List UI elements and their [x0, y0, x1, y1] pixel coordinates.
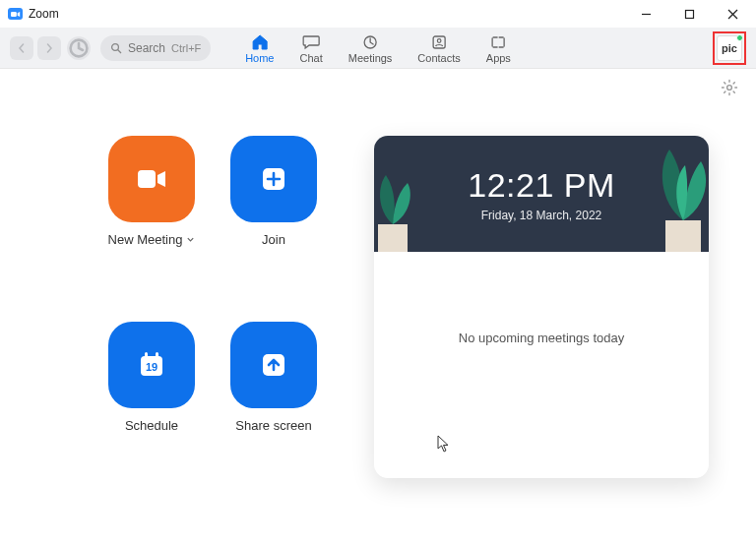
tab-label: Apps	[486, 52, 511, 64]
apps-icon	[489, 34, 507, 50]
home-icon	[251, 34, 269, 50]
mouse-cursor-icon	[437, 435, 451, 452]
svg-point-11	[727, 86, 732, 90]
tab-label: Meetings	[348, 52, 393, 64]
gear-icon	[721, 79, 738, 96]
nav-group	[10, 36, 61, 60]
join-label: Join	[262, 232, 285, 247]
svg-line-7	[118, 49, 121, 52]
tab-chat[interactable]: Chat	[299, 32, 322, 64]
share-screen-button[interactable]	[230, 322, 317, 408]
maximize-button[interactable]	[667, 0, 711, 28]
action-grid: New Meeting Join 19 Schedule Share scree…	[0, 136, 354, 478]
no-meetings-text: No upcoming meetings today	[459, 331, 624, 345]
plant-decoration-icon	[642, 138, 709, 252]
tab-label: Home	[245, 52, 274, 64]
presence-dot-icon	[736, 34, 743, 41]
search-icon	[110, 42, 122, 54]
plant-decoration-icon	[374, 155, 425, 252]
search-shortcut: Ctrl+F	[171, 42, 201, 54]
window-controls	[624, 0, 754, 28]
new-meeting-action: New Meeting	[98, 136, 205, 292]
clock-date: Friday, 18 March, 2022	[481, 209, 602, 222]
video-icon	[132, 159, 171, 199]
share-arrow-icon	[254, 345, 293, 385]
svg-rect-2	[685, 10, 693, 18]
svg-text:19: 19	[146, 361, 158, 373]
main-tabs: Home Chat Meetings Contacts Apps	[245, 32, 511, 64]
tab-label: Chat	[299, 52, 322, 64]
svg-point-6	[112, 43, 119, 50]
minimize-button[interactable]	[624, 0, 667, 28]
svg-rect-22	[665, 220, 701, 252]
join-button[interactable]	[230, 136, 317, 222]
tab-label: Contacts	[417, 52, 460, 64]
upcoming-body: No upcoming meetings today	[374, 252, 709, 478]
search-label: Search	[128, 41, 165, 55]
schedule-label: Schedule	[125, 418, 178, 433]
close-button[interactable]	[711, 0, 754, 28]
svg-rect-0	[11, 12, 17, 17]
tab-apps[interactable]: Apps	[486, 32, 511, 64]
schedule-button[interactable]: 19	[108, 322, 195, 408]
new-meeting-label[interactable]: New Meeting	[108, 232, 196, 247]
history-button[interactable]	[67, 36, 91, 60]
search-input[interactable]: Search Ctrl+F	[100, 35, 211, 61]
chevron-down-icon	[186, 235, 195, 244]
new-meeting-button[interactable]	[108, 136, 195, 222]
settings-button[interactable]	[721, 79, 738, 96]
svg-point-10	[437, 38, 441, 42]
svg-rect-18	[156, 352, 158, 359]
calendar-icon: 19	[132, 345, 171, 385]
zoom-app-icon	[8, 8, 23, 20]
share-screen-label: Share screen	[235, 418, 311, 433]
tab-meetings[interactable]: Meetings	[348, 32, 393, 64]
subheader	[0, 69, 756, 96]
share-screen-action: Share screen	[220, 322, 327, 478]
avatar-text: pic	[722, 42, 737, 54]
top-toolbar: Search Ctrl+F Home Chat Meetings Contact…	[0, 28, 756, 69]
svg-rect-12	[138, 170, 156, 188]
contacts-icon	[430, 34, 448, 50]
tab-home[interactable]: Home	[245, 32, 274, 64]
avatar-highlight: pic	[713, 31, 746, 65]
chat-icon	[302, 34, 320, 50]
window-title: Zoom	[29, 7, 59, 21]
upcoming-card: 12:21 PM Friday, 18 March, 2022 No upcom…	[374, 136, 709, 478]
join-action: Join	[220, 136, 327, 292]
clock-time: 12:21 PM	[468, 166, 615, 205]
clock-panel: 12:21 PM Friday, 18 March, 2022	[374, 136, 709, 252]
nav-back-button[interactable]	[10, 36, 33, 60]
title-bar: Zoom	[0, 0, 756, 28]
profile-avatar[interactable]: pic	[717, 35, 742, 61]
schedule-action: 19 Schedule	[98, 322, 205, 478]
main-content: New Meeting Join 19 Schedule Share scree…	[0, 96, 756, 478]
nav-forward-button[interactable]	[37, 36, 61, 60]
tab-contacts[interactable]: Contacts	[417, 32, 460, 64]
meetings-icon	[361, 34, 379, 50]
svg-rect-17	[145, 352, 148, 359]
svg-rect-21	[378, 224, 408, 252]
plus-icon	[254, 159, 293, 199]
